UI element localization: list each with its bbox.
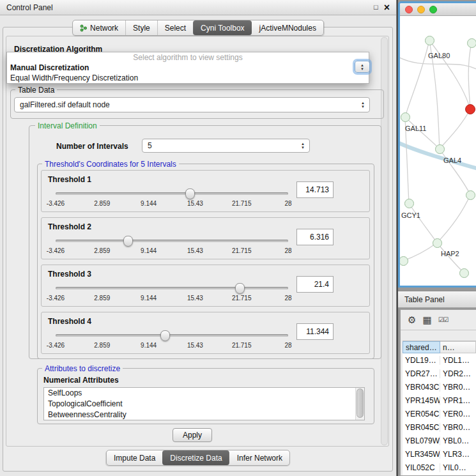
node-label-hap2[interactable]: HAP2 (441, 250, 459, 257)
control-panel-title: Control Panel (6, 3, 374, 12)
select-columns-icon[interactable]: ☑☑ (438, 315, 449, 325)
network-node[interactable] (433, 238, 442, 248)
table-cell[interactable]: YPR145W (403, 396, 440, 405)
node-label-gal11[interactable]: GAL11 (405, 125, 426, 132)
list-item[interactable]: BetweennessCentrality (44, 410, 364, 420)
threshold-4-value-field[interactable]: 11.344 (296, 323, 334, 340)
table-cell[interactable]: YLR3… (440, 450, 476, 459)
table-cell[interactable]: YBL0… (440, 436, 476, 445)
table-panel-window: ⚙ ▦ ☑☑ shared… n… YDL19… YDL1… YDR27… YD… (400, 309, 476, 476)
algorithm-combo-stepper[interactable]: ▲ ▼ (355, 61, 370, 73)
table-row[interactable]: YDL19… YDL1… (403, 353, 476, 367)
close-traffic-light[interactable] (405, 6, 413, 13)
tick-label: -3.426 (47, 295, 65, 302)
table-cell[interactable]: YDR2… (440, 369, 476, 378)
threshold-1-slider[interactable] (56, 192, 288, 195)
number-of-intervals-combobox[interactable]: 5 ▲ ▼ (142, 139, 310, 153)
slider-thumb[interactable] (160, 330, 170, 341)
table-cell[interactable]: YBL079W (403, 436, 440, 445)
table-cell[interactable]: YPR1… (440, 396, 476, 405)
table-cell[interactable]: YDR27… (403, 369, 440, 378)
network-node-highlighted[interactable] (465, 104, 475, 114)
network-node[interactable] (404, 199, 414, 208)
threshold-4-slider[interactable] (56, 334, 288, 337)
table-row[interactable]: YBL079W YBL0… (403, 434, 476, 447)
table-panel-header: Table Panel (398, 291, 476, 308)
interval-definition-title: Interval Definition (35, 121, 100, 130)
network-canvas[interactable]: GAL80 GAL11 GAL4 GCY1 HAP2 (400, 16, 476, 286)
node-label-gcy1[interactable]: GCY1 (401, 211, 420, 219)
network-node[interactable] (467, 38, 476, 48)
table-row[interactable]: YLR345W YLR3… (403, 447, 476, 461)
table-row[interactable]: YIL052C YIL0… (403, 461, 476, 474)
table-cell[interactable]: YDL1… (440, 356, 476, 365)
table-cell[interactable]: YDL19… (403, 356, 440, 365)
list-item[interactable]: SelfLoops (44, 388, 364, 399)
network-node[interactable] (466, 190, 475, 200)
list-scrollbar[interactable] (355, 388, 364, 420)
table-cell[interactable]: YER054C (403, 410, 440, 418)
slider-thumb[interactable] (235, 283, 245, 294)
table-cell[interactable]: YIL0… (440, 463, 476, 472)
tab-style[interactable]: Style (125, 20, 157, 35)
tab-discretize-data[interactable]: Discretize Data (162, 450, 229, 465)
table-cell[interactable]: YLR345W (403, 450, 440, 459)
tab-jactivemnodules[interactable]: jActiveMNodules (252, 20, 323, 35)
column-header-name[interactable]: n… (440, 341, 476, 353)
table-data-combobox[interactable]: galFiltered.sif default node ▲ ▼ (14, 97, 370, 112)
list-item[interactable]: TopologicalCoefficient (44, 399, 364, 410)
numerical-attributes-list[interactable]: SelfLoops TopologicalCoefficient Between… (43, 387, 365, 420)
table-data-group-title: Table Data (15, 86, 57, 95)
table-cell[interactable]: YBR0… (440, 423, 476, 432)
close-icon[interactable]: × (384, 3, 390, 12)
columns-icon[interactable]: ▦ (422, 315, 431, 325)
threshold-2-slider[interactable] (56, 240, 288, 242)
threshold-2-scale: -3.426 2.859 9.144 15.43 21.715 28 (56, 247, 288, 255)
tab-label: Impute Data (114, 454, 155, 463)
threshold-3-scale: -3.426 2.859 9.144 15.43 21.715 28 (56, 295, 288, 302)
table-cell[interactable]: YBR045C (403, 423, 440, 432)
table-row[interactable]: YPR145W YPR1… (403, 394, 476, 407)
control-panel-tab-bar: Network Style Select Cyni Toolbox jActiv… (72, 20, 324, 36)
table-cell[interactable]: YIL052C (403, 463, 440, 472)
tab-select[interactable]: Select (157, 20, 193, 35)
threshold-2-value-field[interactable]: 6.316 (296, 229, 334, 245)
tick-label: 28 (284, 200, 291, 207)
tick-label: 28 (284, 342, 291, 349)
table-row[interactable]: YBR045C YBR0… (403, 420, 476, 434)
gear-icon[interactable]: ⚙ (408, 315, 416, 325)
tab-infer-network[interactable]: Infer Network (229, 450, 289, 465)
slider-thumb[interactable] (123, 236, 133, 247)
threshold-3-slider[interactable] (56, 287, 288, 289)
apply-button[interactable]: Apply (173, 428, 212, 442)
scrollbar-thumb[interactable] (357, 388, 364, 418)
threshold-1-value-field[interactable]: 14.713 (296, 181, 334, 198)
tab-impute-data[interactable]: Impute Data (107, 450, 162, 465)
float-window-icon[interactable]: □ (374, 4, 378, 11)
network-node[interactable] (459, 268, 469, 278)
minimize-traffic-light[interactable] (417, 6, 425, 13)
tick-label: 2.859 (94, 247, 110, 254)
node-label-gal80[interactable]: GAL80 (428, 52, 450, 59)
combo-stepper-icon: ▲ ▼ (361, 101, 365, 109)
tab-network[interactable]: Network (73, 20, 125, 35)
table-row[interactable]: YER054C YER0… (403, 407, 476, 420)
dropdown-option-manual-discretization[interactable]: Manual Discretization (7, 63, 369, 73)
column-header-shared-name[interactable]: shared… (403, 341, 440, 353)
network-node[interactable] (401, 112, 410, 122)
zoom-traffic-light[interactable] (429, 6, 437, 13)
table-cell[interactable]: YBR043C (403, 383, 440, 392)
slider-thumb[interactable] (185, 188, 195, 199)
table-row[interactable]: YBR043C YBR0… (403, 380, 476, 394)
tick-label: 9.144 (141, 247, 157, 254)
table-cell[interactable]: YBR0… (440, 383, 476, 392)
network-node[interactable] (435, 144, 445, 154)
dropdown-option-equal-width-frequency[interactable]: Equal Width/Frequency Discretization (7, 73, 369, 83)
tick-label: -3.426 (47, 342, 65, 349)
threshold-3-value-field[interactable]: 21.4 (296, 276, 334, 293)
table-cell[interactable]: YER0… (440, 410, 476, 418)
network-node[interactable] (425, 36, 434, 45)
node-label-gal4[interactable]: GAL4 (443, 157, 461, 164)
tab-cyni-toolbox[interactable]: Cyni Toolbox (193, 20, 251, 35)
table-row[interactable]: YDR27… YDR2… (403, 367, 476, 380)
